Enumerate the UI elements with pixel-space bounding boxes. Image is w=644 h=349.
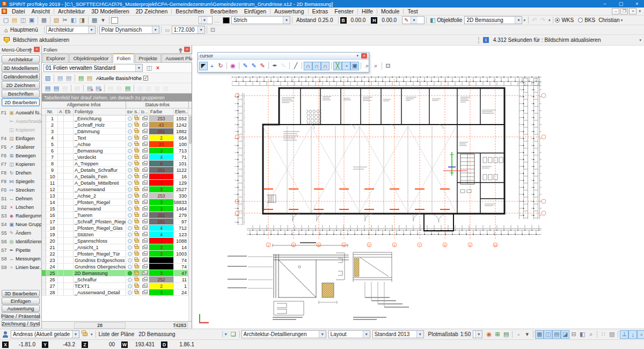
preset-delete-icon[interactable]: × [153,63,162,72]
layer-print-icon[interactable] [142,291,148,294]
layer-lock-icon[interactable] [135,136,139,140]
col-farbe[interactable]: Farbe [149,108,174,115]
tool-messungen[interactable]: S8↔Messungen [0,255,41,263]
preset-save-icon[interactable]: ◫ [145,63,153,72]
layer-row-a-details-mittelbreit[interactable]: 11A_Details_Mittelbreit1129 [42,180,192,186]
zoom-plus-icon[interactable]: ⌕ [371,62,380,70]
pencil-blue-icon[interactable]: ✎ [241,62,250,70]
menu-item-extras[interactable]: Extras [309,8,332,14]
sidebar-item-3d-modellieren[interactable]: 3D Modellieren [2,64,40,72]
b-field-value[interactable]: 0.00.0 [351,17,366,23]
new-file-icon[interactable]: ▢ [2,16,10,25]
layer-row--text[interactable]: 4_Text2654 [42,135,192,141]
col-nr[interactable]: Nr. [46,108,58,115]
sidebar-item-plaene-praesentat[interactable]: Pläne / Präsentat [2,312,40,319]
col-s[interactable]: S... [133,108,140,115]
layer-visible-icon[interactable] [128,226,132,230]
objektfolie-more-icon[interactable]: ▾ [523,18,525,23]
layer-print-icon[interactable] [142,123,148,127]
mdi-restore-button[interactable]: ❒ [620,8,628,14]
layer-lock-icon[interactable] [135,130,139,133]
magnet-center-icon[interactable]: ∩ [321,62,330,70]
sidebar-item-3d-bearbeiten[interactable]: 3D Bearbeiten [2,290,40,297]
layer-row-grundriss-erdgeschoss[interactable]: 23Grundriss Erdgeschoss74 [42,257,192,264]
aktive-folie-icon[interactable]: ▤ [123,84,132,92]
layer-row--stützen[interactable]: 19_Stützen4123 [42,231,192,238]
orbit-icon[interactable]: ↻ [216,62,225,70]
layer-visible-icon[interactable] [128,174,132,179]
seiten-icon[interactable]: ◧ [578,330,587,339]
layer-visible-icon[interactable] [128,200,132,205]
menu-item-test[interactable]: Test [404,8,421,14]
group-status[interactable]: Status-Infos [126,101,189,108]
tool-pipette[interactable]: S7✒Pipette [0,246,41,255]
layer-print-icon[interactable] [142,259,148,262]
layer-color-cell[interactable] [149,257,174,263]
user-profile-dropdown[interactable]: Andreas (Aktuell geladen)▼ [11,330,79,338]
layer-visible-icon[interactable] [128,239,132,243]
plan-list-dropdown[interactable]: ▼ [222,331,229,338]
standard-dropdown[interactable]: Standard 2013▼ [372,330,424,338]
layer-visible-icon[interactable] [128,194,132,198]
layer-print-icon[interactable] [142,220,148,223]
sidebar-item-2d-bearbeiten[interactable]: 2D Bearbeiten [2,98,40,106]
menu-item-module[interactable]: Module [378,8,402,14]
layer-print-icon[interactable] [142,162,148,165]
layer-print-icon[interactable] [142,227,148,230]
layer-color-cell[interactable]: 3 [149,270,174,276]
abstand-value[interactable]: 0.25.0 [318,17,333,23]
neue-folie-icon[interactable]: ▤ [43,84,52,92]
layer-row--schraff-pfosten-riegel[interactable]: 17_Schraff_Pfosten_Riegel25197 [42,219,192,225]
sidebar-item-beschriften[interactable]: Beschriften [2,90,40,98]
undo-dropdown-icon[interactable]: ▾ [548,18,551,23]
menu-item-einfügen[interactable]: Einfügen [241,8,269,14]
layer-color-cell[interactable]: 1 [149,238,174,244]
layer-row--aussenwand[interactable]: 12_Aussenwand32527 [42,186,192,193]
pencil-red-icon[interactable]: ✎ [258,62,267,70]
layer-print-icon[interactable] [142,272,148,275]
richtung-icon[interactable]: ↓ [628,330,637,339]
layer-color-cell[interactable]: 4 [149,154,174,160]
layer-color-cell[interactable]: 1 [149,173,174,179]
layer-color-cell[interactable]: 2 [149,135,174,141]
schraffur-anzeige-icon[interactable]: ▨ [608,330,616,339]
layer-row--schraffur[interactable]: 26_Schraffur25211 [42,277,192,283]
layer-visible-icon[interactable] [128,149,132,153]
magnet-perp-icon[interactable]: ∩ [312,62,321,70]
tab-objektinspektor[interactable]: Objektinspektor [69,54,112,62]
layer-color-cell[interactable]: 3 [149,186,174,192]
layer-lock-icon[interactable] [135,201,139,204]
layer-color-cell[interactable]: 1 [149,180,174,186]
user-profile-label[interactable]: Christian [598,17,619,23]
print-icon[interactable]: ▦ [40,16,48,25]
cursor-toolbar-dropdown-icon[interactable]: ▾ [356,54,358,58]
tab-explorer[interactable]: Explorer [42,54,69,62]
col-d[interactable]: D... [140,108,149,115]
layer-row--ansicht-1[interactable]: 21_Ansicht_1314 [42,244,192,251]
layer-row--innenwand[interactable]: 15_Innenwand31464 [42,206,192,212]
copy-icon[interactable]: ◧ [69,16,78,25]
layer-color-cell[interactable]: 251 [149,128,174,134]
layer-print-icon[interactable] [142,278,148,281]
pin-icon[interactable] [28,47,32,51]
drawing-canvas[interactable]: cursor ▾ × ◤+↻◉✎✎✎✒✎╱∩∩∩╳◔▣⌕⌕⊡ [192,46,644,329]
menu-item-beschriften[interactable]: Beschriften [172,8,207,14]
layer-print-icon[interactable] [142,181,148,185]
menu-item-fenster[interactable]: Fenster [331,8,357,14]
suche-fernglas-icon[interactable]: ⌕ [587,330,595,339]
layer-lock-icon[interactable] [135,169,139,172]
sidebar-item-auswertung[interactable]: Auswertung [2,305,40,312]
col-eb[interactable]: Eb [64,108,74,115]
layer-lock-icon[interactable] [135,278,139,281]
unlock-icon[interactable] [83,332,87,336]
cursor-toolbar[interactable]: cursor ▾ × ◤+↻◉✎✎✎✒✎╱∩∩∩╳◔▣⌕⌕⊡ [197,52,369,72]
layer-visible-icon[interactable] [128,252,132,256]
layer-color-cell[interactable]: 253 [149,193,174,199]
diagramm-icon[interactable]: ◪ [561,330,569,339]
layer-visible-icon[interactable] [128,265,132,269]
fenster-icon[interactable]: ⊟ [569,330,578,339]
layer-print-icon[interactable] [142,117,148,120]
tool-linien-bear-[interactable]: S9≈Linien bear... [0,263,41,272]
layer-print-icon[interactable] [142,130,148,133]
toolbar-grip[interactable] [478,37,481,43]
